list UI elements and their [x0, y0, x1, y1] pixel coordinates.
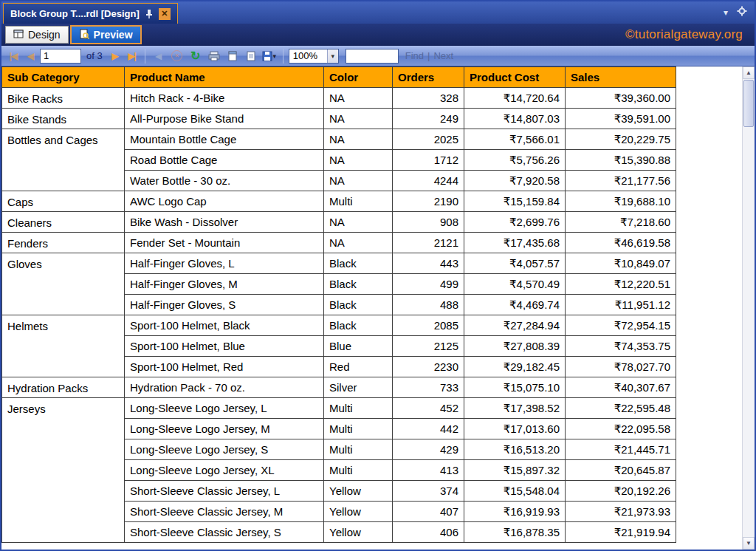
next-link[interactable]: Next: [433, 50, 453, 61]
last-page-button[interactable]: ▶|: [125, 48, 140, 64]
cell: 374: [393, 481, 464, 502]
cell: NA: [324, 109, 393, 129]
cell: 2085: [393, 315, 464, 336]
cell: Yellow: [324, 481, 393, 502]
cell: Bike Wash - Dissolver: [125, 212, 324, 233]
subcategory-cell: Bike Stands: [2, 109, 125, 129]
cell: ₹4,057.57: [464, 253, 566, 274]
cell: 2230: [393, 357, 464, 377]
close-icon[interactable]: ✕: [159, 8, 171, 20]
preview-icon: [79, 29, 89, 41]
first-page-button[interactable]: |◀: [6, 48, 21, 64]
scroll-up-arrow[interactable]: ▲: [743, 66, 755, 79]
cell: ₹7,566.01: [464, 129, 566, 150]
chevron-down-icon[interactable]: ▾: [724, 8, 728, 17]
cell: ₹19,688.10: [566, 191, 676, 212]
cell: ₹27,284.94: [464, 315, 566, 336]
cell: ₹15,548.04: [464, 481, 566, 502]
report-designer-window: Block Group T....rdl [Design] ✕ ▾ Design…: [0, 0, 756, 551]
cell: ₹15,075.10: [464, 377, 566, 398]
subcategory-cell: Bike Racks: [2, 88, 125, 109]
cell: Multi: [324, 191, 393, 212]
gear-icon[interactable]: [737, 6, 747, 19]
cell: ₹16,919.93: [464, 502, 566, 522]
cell: ₹4,469.74: [464, 295, 566, 315]
export-disk-icon: [262, 51, 272, 61]
page-number-input[interactable]: [40, 49, 81, 64]
cell: NA: [324, 233, 393, 253]
column-header: Product Cost: [464, 67, 566, 88]
cell: ₹72,954.15: [566, 315, 676, 336]
cell: 733: [393, 377, 464, 398]
cell: ₹29,182.45: [464, 357, 566, 377]
cell: 2190: [393, 191, 464, 212]
report-toolbar: |◀ ◀ of 3 ▶ ▶| ◀ ✕ ↻ ▾ 100% ▾ Find |: [1, 46, 755, 66]
printer-icon: [208, 51, 220, 61]
cell: Water Bottle - 30 oz.: [125, 171, 324, 191]
print-button[interactable]: [206, 48, 222, 64]
find-next-divider: |: [427, 50, 430, 61]
cell: Sport-100 Helmet, Blue: [125, 336, 324, 357]
page-setup-button[interactable]: [243, 48, 259, 64]
table-row: HelmetsSport-100 Helmet, BlackBlack2085₹…: [2, 315, 676, 336]
export-button[interactable]: ▾: [261, 48, 278, 64]
document-tab-title: Block Group T....rdl [Design]: [10, 8, 140, 19]
refresh-button[interactable]: ↻: [188, 48, 204, 64]
cell: ₹22,595.48: [566, 398, 676, 419]
vertical-scrollbar[interactable]: ▲ ▼: [742, 66, 755, 550]
brand-link[interactable]: ©tutorialgateway.org: [625, 27, 755, 42]
cell: NA: [324, 150, 393, 171]
document-tab[interactable]: Block Group T....rdl [Design] ✕: [3, 3, 178, 24]
stop-button[interactable]: ✕: [169, 48, 185, 64]
find-link[interactable]: Find: [405, 50, 424, 61]
zoom-dropdown-icon[interactable]: ▾: [327, 49, 338, 63]
scroll-down-arrow[interactable]: ▼: [743, 537, 755, 550]
pin-icon[interactable]: [145, 9, 153, 19]
cell: ₹21,919.94: [566, 522, 676, 543]
find-controls: Find | Next: [405, 50, 453, 61]
tab-design-label: Design: [28, 29, 61, 41]
back-to-parent-button[interactable]: ◀: [151, 48, 167, 64]
cell: Multi: [324, 439, 393, 460]
cell: Hitch Rack - 4-Bike: [125, 88, 324, 109]
cell: ₹40,307.67: [566, 377, 676, 398]
cell: Blue: [324, 336, 393, 357]
print-layout-button[interactable]: [224, 48, 241, 64]
cell: Fender Set - Mountain: [125, 233, 324, 253]
subcategory-cell: Fenders: [2, 233, 125, 253]
titlebar-controls: ▾: [724, 1, 755, 24]
cell: Short-Sleeve Classic Jersey, S: [125, 522, 324, 543]
cell: Short-Sleeve Classic Jersey, L: [125, 481, 324, 502]
cell: Black: [324, 295, 393, 315]
cell: 499: [393, 274, 464, 295]
cell: ₹16,513.20: [464, 439, 566, 460]
cell: ₹14,720.64: [464, 88, 566, 109]
zoom-select[interactable]: 100% ▾: [289, 49, 339, 64]
next-page-button[interactable]: ▶: [108, 48, 123, 64]
cell: Multi: [324, 419, 393, 439]
cell: Long-Sleeve Logo Jersey, M: [125, 419, 324, 439]
tab-preview[interactable]: Preview: [70, 25, 142, 44]
cell: ₹10,849.07: [566, 253, 676, 274]
previous-page-button[interactable]: ◀: [23, 48, 38, 64]
scrollbar-thumb[interactable]: [743, 80, 754, 127]
find-text-input[interactable]: [346, 49, 399, 64]
toolbar-separator: [145, 49, 145, 64]
report-viewport: Sub CategoryProduct NameColorOrdersProdu…: [1, 66, 755, 550]
table-row: Bike RacksHitch Rack - 4-BikeNA328₹14,72…: [2, 88, 676, 109]
cell: ₹39,360.00: [566, 88, 676, 109]
cell: Long-Sleeve Logo Jersey, S: [125, 439, 324, 460]
cell: ₹20,229.75: [566, 129, 676, 150]
cell: 488: [393, 295, 464, 315]
cell: NA: [324, 129, 393, 150]
table-row: CapsAWC Logo CapMulti2190₹15,159.84₹19,6…: [2, 191, 676, 212]
export-dropdown-icon[interactable]: ▾: [272, 52, 276, 60]
tab-design[interactable]: Design: [5, 26, 69, 44]
cell: 413: [393, 460, 464, 481]
subcategory-cell: Cleaners: [2, 212, 125, 233]
cell: ₹15,390.88: [566, 150, 676, 171]
table-row: Bike StandsAll-Purpose Bike StandNA249₹1…: [2, 109, 676, 129]
cell: ₹17,435.68: [464, 233, 566, 253]
cell: ₹21,177.56: [566, 171, 676, 191]
cell: ₹74,353.75: [566, 336, 676, 357]
